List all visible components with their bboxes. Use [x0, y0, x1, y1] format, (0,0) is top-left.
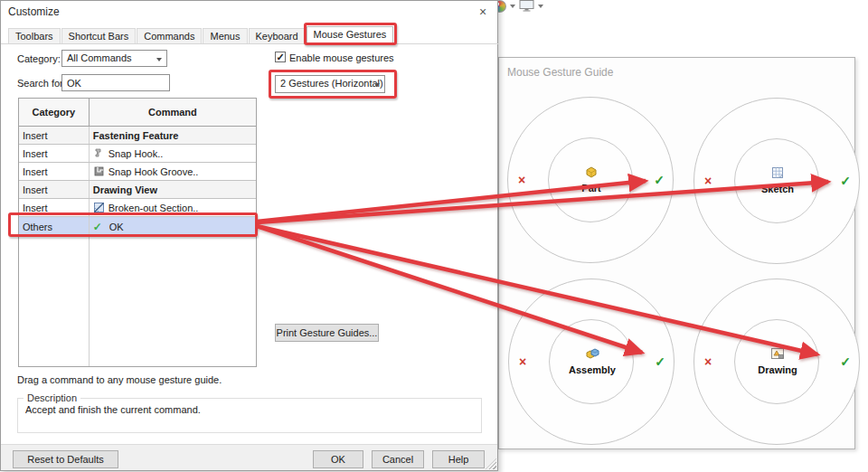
gesture-guide-title: Mouse Gesture Guide: [507, 66, 613, 79]
part-icon: [584, 165, 599, 179]
ok-check-icon: ✓: [93, 221, 106, 233]
table-row[interactable]: Insert Broken-out Section..: [19, 199, 256, 217]
gesture-inner-ring: [549, 319, 634, 404]
category-dropdown-value: All Commands: [67, 52, 132, 63]
chevron-down-icon: [156, 58, 162, 61]
gesture-circle-part[interactable]: × ✓ Part: [507, 97, 674, 263]
description-groupbox: Description Accept and finish the curren…: [17, 398, 482, 433]
drag-hint-text: Drag a command to any mouse gesture guid…: [17, 374, 222, 385]
gesture-label: Assembly: [509, 364, 675, 375]
gesture-circle-drawing[interactable]: × ✓ Drawing: [693, 278, 860, 445]
sketch-icon: [770, 165, 785, 180]
tab-mouse-gestures[interactable]: Mouse Gestures: [307, 26, 394, 43]
header-command: Command: [89, 99, 256, 126]
table-row[interactable]: Insert Fastening Feature: [19, 127, 256, 145]
gesture-inner-ring: [734, 138, 819, 223]
mouse-gesture-guide-panel: Mouse Gesture Guide × ✓ Part × ✓ Sketch: [498, 57, 855, 449]
reset-to-defaults-button[interactable]: Reset to Defaults: [13, 450, 118, 468]
tab-mouse-gestures-label: Mouse Gestures: [314, 29, 387, 40]
description-text: Accept and finish the current command.: [25, 404, 201, 415]
close-icon[interactable]: ×: [473, 3, 493, 21]
cancel-button[interactable]: Cancel: [372, 450, 424, 468]
dialog-title: Customize: [8, 5, 60, 18]
broken-out-section-icon: [93, 202, 105, 213]
ok-button[interactable]: OK: [313, 450, 363, 468]
help-button[interactable]: Help: [432, 450, 485, 468]
tab-shortcut-bars[interactable]: Shortcut Bars: [61, 28, 137, 43]
gesture-label: Part: [508, 183, 675, 194]
gesture-circle-sketch[interactable]: × ✓ Sketch: [693, 98, 860, 264]
enable-gestures-checkbox[interactable]: ✓: [275, 52, 286, 62]
table-row[interactable]: Insert Drawing View: [19, 181, 256, 199]
description-label: Description: [24, 392, 80, 403]
tab-commands[interactable]: Commands: [137, 28, 202, 43]
search-label: Search for:: [17, 78, 66, 89]
gesture-label: Drawing: [694, 364, 861, 375]
table-row[interactable]: Insert Snap Hook Groove..: [19, 163, 256, 181]
search-input[interactable]: [61, 74, 170, 91]
gesture-circle-assembly[interactable]: × ✓ Assembly: [508, 278, 675, 445]
tab-strip: Toolbars Shortcut Bars Commands Menus Ke…: [1, 28, 499, 44]
gesture-inner-ring: [548, 137, 633, 222]
drawing-icon: [770, 346, 785, 361]
display-settings-icon[interactable]: [519, 0, 534, 12]
table-row-ok-selected[interactable]: Others ✓ OK: [19, 217, 256, 237]
table-row[interactable]: Insert Snap Hook..: [19, 145, 256, 163]
tab-toolbars[interactable]: Toolbars: [8, 28, 61, 43]
chevron-down-icon: [374, 83, 380, 87]
screen: Mouse Gesture Guide × ✓ Part × ✓ Sketch: [0, 0, 868, 472]
header-category: Category: [19, 99, 89, 126]
tab-menus[interactable]: Menus: [203, 28, 247, 43]
snap-hook-groove-icon: [93, 165, 105, 177]
gesture-count-wrapper: 2 Gestures (Horizontal): [275, 75, 385, 93]
snap-hook-icon: [93, 147, 105, 159]
enable-gestures-label: Enable mouse gestures: [289, 52, 394, 63]
category-dropdown[interactable]: All Commands: [61, 50, 167, 67]
gesture-inner-ring: [734, 319, 819, 404]
chevron-down-icon[interactable]: [538, 5, 543, 8]
gesture-count-dropdown[interactable]: 2 Gestures (Horizontal): [275, 75, 385, 93]
category-label: Category:: [17, 53, 61, 64]
chevron-down-icon[interactable]: [510, 5, 515, 8]
gesture-label: Sketch: [694, 184, 861, 194]
tab-keyboard[interactable]: Keyboard: [249, 28, 306, 43]
command-table: Category Command Insert Fastening Featur…: [18, 98, 257, 367]
customize-dialog: Customize × Toolbars Shortcut Bars Comma…: [0, 0, 498, 471]
print-gesture-guides-button[interactable]: Print Gesture Guides...: [275, 324, 379, 342]
table-header: Category Command: [19, 99, 256, 127]
gesture-count-value: 2 Gestures (Horizontal): [280, 78, 383, 89]
assembly-icon: [585, 346, 599, 361]
